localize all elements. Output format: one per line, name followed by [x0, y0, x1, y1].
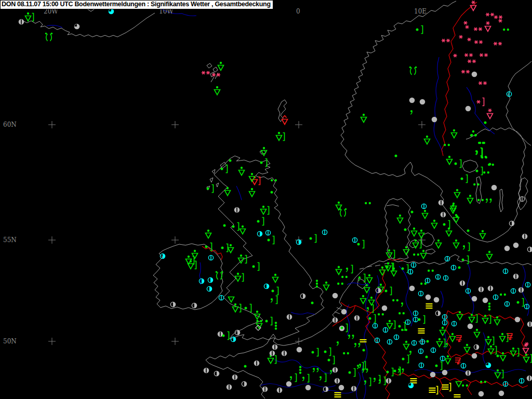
coastline — [409, 240, 419, 248]
rain-shower-icon — [411, 228, 417, 236]
cloud-cover-1-8-icon — [219, 295, 223, 300]
rain-dot-icon — [349, 369, 355, 377]
snow-double-icon — [486, 13, 494, 16]
rain-shower-icon — [188, 260, 196, 269]
grid-label: 0 — [296, 8, 300, 15]
rain-icon — [420, 283, 427, 285]
grid-crosses-layer — [48, 121, 425, 345]
cloud-cover-4-8-icon — [264, 284, 269, 288]
cloud-cover-8-8-icon — [515, 317, 520, 322]
cloud-cover-1-8-icon — [352, 237, 357, 242]
cloud-cover-7-8-icon — [204, 368, 208, 373]
drizzle-double-icon — [348, 335, 354, 339]
rain-shower-icon — [273, 274, 278, 283]
rain-shower-icon — [367, 274, 373, 283]
rain-dot-icon — [455, 160, 461, 168]
snow-double-icon — [494, 42, 502, 45]
rain-dot-icon — [328, 356, 335, 364]
rain-shower-icon — [422, 210, 428, 219]
cloud-cover-1-8-icon — [413, 317, 418, 322]
cloud-cover-1-8-icon — [442, 314, 447, 319]
rain-shower-icon — [419, 230, 424, 238]
cloud-cover-1-8-icon — [451, 321, 456, 326]
cloud-cover-8-8-icon — [483, 298, 487, 302]
cloud-cover-7-8-icon — [332, 367, 337, 372]
snow-double-icon — [494, 16, 502, 19]
cloud-cover-1-8-icon — [451, 265, 456, 270]
cloud-cover-7-8-icon — [335, 378, 339, 383]
rain-shower-icon — [421, 250, 427, 259]
grid-cross — [418, 121, 425, 128]
cloud-cover-7-8-icon — [351, 386, 356, 391]
cloud-cover-1-8-icon — [411, 340, 416, 345]
cloud-cover-8-8-icon — [434, 297, 438, 302]
rain-shower-icon — [487, 251, 493, 260]
cloud-cover-7-8-icon — [466, 370, 470, 375]
cloud-cover-1-8-icon — [503, 269, 508, 273]
rain-dot-icon — [467, 230, 470, 232]
cloud-cover-1-8-icon — [265, 230, 270, 235]
cloud-cover-7-8-icon — [438, 200, 443, 205]
fog-icon — [442, 383, 451, 391]
cloud-cover-7-8-icon — [488, 286, 493, 290]
cloud-cover-8-8-icon — [382, 305, 387, 310]
rain-dot-icon — [229, 159, 232, 162]
rain-dot-icon — [427, 340, 429, 343]
cloud-cover-8-8-icon — [513, 243, 518, 247]
rain-icon — [483, 171, 489, 174]
rain-icon — [398, 312, 405, 314]
drizzle-icon — [302, 375, 309, 382]
weather-map: 20W10W010E60N55N50N DON 08.11.07 15:00 U… — [0, 0, 532, 399]
cloud-cover-1-8-icon — [421, 204, 426, 208]
rain-dot-icon — [517, 299, 524, 307]
rain-icon — [392, 299, 398, 301]
grid-cross — [48, 121, 56, 128]
rain-shower-icon — [432, 220, 437, 229]
cloud-cover-7-8-icon — [354, 315, 359, 320]
cloud-cover-7-8-icon — [277, 388, 282, 392]
map-canvas — [0, 0, 532, 399]
rain-dot-icon — [425, 356, 428, 358]
snow-shower-icon — [485, 21, 491, 31]
cloud-cover-4-8-icon — [208, 277, 212, 282]
cloud-cover-4-8-icon — [296, 240, 301, 244]
coastline — [211, 77, 214, 82]
coastline — [506, 61, 531, 145]
rain-dot-icon — [404, 229, 407, 231]
rain-shower-icon — [457, 311, 463, 320]
cloud-cover-8-8-icon — [425, 295, 430, 299]
cloud-cover-8-8-icon — [504, 246, 509, 250]
cloud-cover-8-8-icon — [491, 185, 496, 190]
cloud-cover-1-8-icon — [322, 230, 327, 234]
hail-shower-icon — [282, 116, 288, 125]
coastline — [335, 312, 340, 314]
cloud-cover-7-8-icon — [527, 376, 531, 380]
cloud-cover-1-8-icon — [208, 255, 213, 260]
rain-shower-icon — [206, 230, 211, 238]
ice-pellets-icon — [409, 66, 417, 75]
coastline — [387, 205, 399, 206]
cloud-cover-1-8-icon — [394, 335, 398, 339]
rain-shower-icon — [436, 240, 442, 248]
rain-icon — [503, 29, 509, 31]
rain-dot-icon — [387, 368, 393, 376]
cloud-cover-1-8-icon — [504, 301, 509, 306]
rain-dot-icon — [411, 211, 414, 214]
coastline — [518, 178, 528, 210]
rain-shower-icon — [464, 344, 470, 353]
cloud-cover-4-8-icon — [300, 294, 305, 298]
snow-icon — [459, 35, 462, 38]
rain-shower-icon — [474, 329, 480, 338]
rain-icon — [473, 183, 480, 185]
river-line — [200, 262, 201, 285]
rain-icon — [413, 254, 419, 256]
cloud-cover-8-8-icon — [499, 391, 503, 395]
cloud-cover-1-8-icon — [418, 291, 423, 296]
grid-label: 60N — [3, 121, 17, 128]
cloud-cover-8-8-icon — [472, 296, 476, 301]
rain-dot-icon — [395, 155, 397, 157]
rain-dot-icon — [310, 235, 316, 243]
cloud-cover-7-8-icon — [287, 314, 291, 319]
rain-drizzle-column-icon — [299, 366, 301, 374]
rain-shower-icon — [500, 333, 508, 342]
